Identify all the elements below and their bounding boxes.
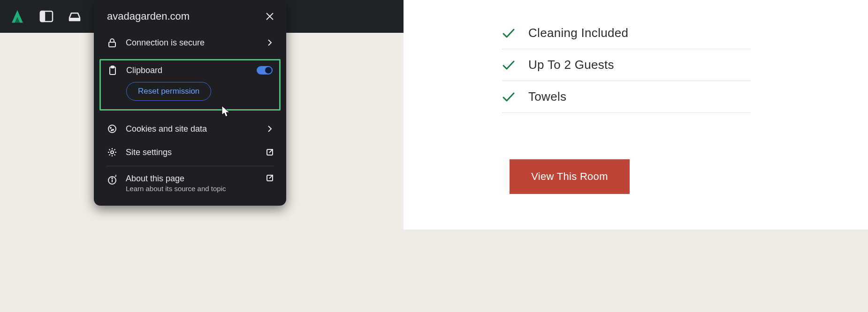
gear-icon	[107, 147, 117, 157]
connection-label: Connection is secure	[126, 38, 257, 48]
view-room-button[interactable]: View This Room	[510, 159, 630, 194]
svg-point-10	[113, 129, 114, 130]
about-label: About this page	[126, 174, 257, 184]
app-logo-icon	[9, 8, 25, 24]
feature-label: Up To 2 Guests	[528, 58, 614, 72]
feature-label: Cleaning Included	[528, 26, 628, 40]
svg-point-12	[111, 151, 114, 154]
external-link-icon	[266, 174, 274, 182]
external-link-icon	[266, 148, 274, 156]
cookies-row[interactable]: Cookies and site data	[94, 117, 286, 141]
lock-icon	[107, 37, 117, 48]
site-domain: avadagarden.com	[107, 10, 190, 22]
site-info-popup: avadagarden.com Connection is secure Cli…	[94, 0, 286, 206]
check-icon	[502, 92, 515, 102]
svg-line-19	[269, 175, 273, 178]
sidebar-toggle-icon[interactable]	[39, 10, 53, 22]
cookie-icon	[107, 124, 117, 134]
svg-rect-5	[109, 42, 115, 47]
feature-item: Cleaning Included	[502, 26, 751, 49]
popup-header: avadagarden.com	[94, 0, 286, 31]
info-sparkle-icon	[107, 175, 117, 185]
clipboard-icon	[107, 65, 118, 75]
feature-item: Up To 2 Guests	[502, 49, 751, 81]
site-settings-label: Site settings	[126, 148, 257, 157]
check-icon	[502, 28, 515, 38]
chevron-right-icon	[266, 125, 274, 133]
reset-permission-button[interactable]: Reset permission	[126, 82, 211, 101]
connection-secure-row[interactable]: Connection is secure	[94, 31, 286, 54]
svg-line-14	[269, 149, 273, 153]
divider	[106, 166, 274, 166]
feature-item: Towels	[502, 81, 751, 113]
disk-icon[interactable]	[68, 10, 82, 22]
cookies-label: Cookies and site data	[126, 124, 257, 134]
features-list: Cleaning Included Up To 2 Guests Towels	[502, 26, 751, 113]
chevron-right-icon	[266, 38, 274, 47]
check-icon	[502, 60, 515, 70]
about-sub: Learn about its source and topic	[126, 185, 257, 193]
svg-point-17	[112, 178, 113, 179]
svg-point-8	[108, 125, 116, 133]
close-icon[interactable]	[266, 12, 274, 21]
about-page-row[interactable]: About this page Learn about its source a…	[94, 168, 286, 201]
clipboard-row: Clipboard	[107, 65, 273, 75]
svg-point-9	[110, 127, 111, 128]
clipboard-permission-section: Clipboard Reset permission	[99, 59, 281, 111]
svg-rect-1	[40, 11, 45, 22]
site-settings-row[interactable]: Site settings	[94, 141, 286, 164]
svg-rect-2	[69, 18, 80, 21]
clipboard-label: Clipboard	[126, 66, 248, 75]
svg-point-11	[111, 130, 112, 131]
feature-label: Towels	[528, 89, 566, 104]
clipboard-toggle[interactable]	[257, 66, 273, 74]
room-card: Cleaning Included Up To 2 Guests Towels …	[404, 0, 868, 230]
